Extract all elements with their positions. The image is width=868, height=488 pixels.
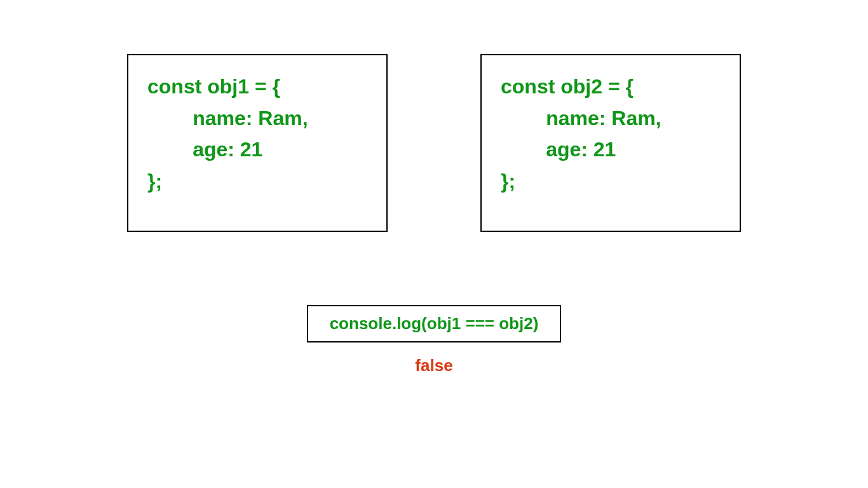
obj1-line2: name: Ram, — [147, 107, 308, 130]
console-box: console.log(obj1 === obj2) — [307, 305, 561, 342]
code-text-obj1: const obj1 = { name: Ram, age: 21 }; — [147, 71, 367, 197]
obj1-line3: age: 21 — [147, 138, 262, 161]
obj2-line2: name: Ram, — [501, 107, 661, 130]
code-box-obj2: const obj2 = { name: Ram, age: 21 }; — [480, 54, 741, 232]
obj1-line4: }; — [147, 170, 162, 193]
code-text-obj2: const obj2 = { name: Ram, age: 21 }; — [501, 71, 721, 197]
obj2-line1: const obj2 = { — [501, 75, 634, 98]
obj2-line3: age: 21 — [501, 138, 616, 161]
console-statement: console.log(obj1 === obj2) — [321, 314, 547, 334]
obj2-line4: }; — [501, 170, 515, 193]
code-boxes-container: const obj1 = { name: Ram, age: 21 }; con… — [127, 54, 741, 232]
result-output: false — [415, 356, 452, 376]
obj1-line1: const obj1 = { — [147, 75, 280, 98]
code-box-obj1: const obj1 = { name: Ram, age: 21 }; — [127, 54, 388, 232]
